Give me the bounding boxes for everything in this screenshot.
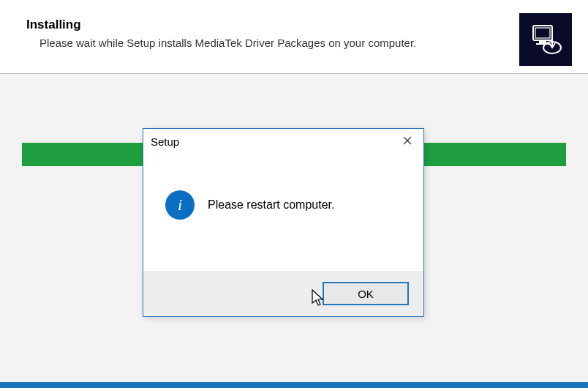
dialog-message: Please restart computer. bbox=[208, 198, 334, 212]
close-icon bbox=[403, 136, 412, 145]
installer-body: Setup i Please restart computer. OK bbox=[0, 74, 588, 382]
installer-logo bbox=[519, 13, 572, 66]
svg-rect-1 bbox=[535, 28, 550, 38]
svg-rect-2 bbox=[539, 40, 546, 43]
dialog-titlebar: Setup bbox=[143, 129, 423, 154]
close-button[interactable] bbox=[391, 130, 423, 152]
dialog-title: Setup bbox=[151, 135, 179, 148]
dialog-content: i Please restart computer. bbox=[143, 154, 423, 249]
page-title: Installing bbox=[26, 18, 562, 32]
page-subtitle: Please wait while Setup installs MediaTe… bbox=[39, 37, 562, 49]
info-icon: i bbox=[165, 190, 195, 220]
restart-dialog: Setup i Please restart computer. OK bbox=[143, 128, 424, 317]
ok-button[interactable]: OK bbox=[323, 282, 409, 305]
window-bottom-border bbox=[0, 382, 588, 388]
computer-install-icon bbox=[527, 21, 564, 58]
installer-header: Installing Please wait while Setup insta… bbox=[0, 0, 588, 56]
dialog-footer: OK bbox=[143, 271, 423, 316]
